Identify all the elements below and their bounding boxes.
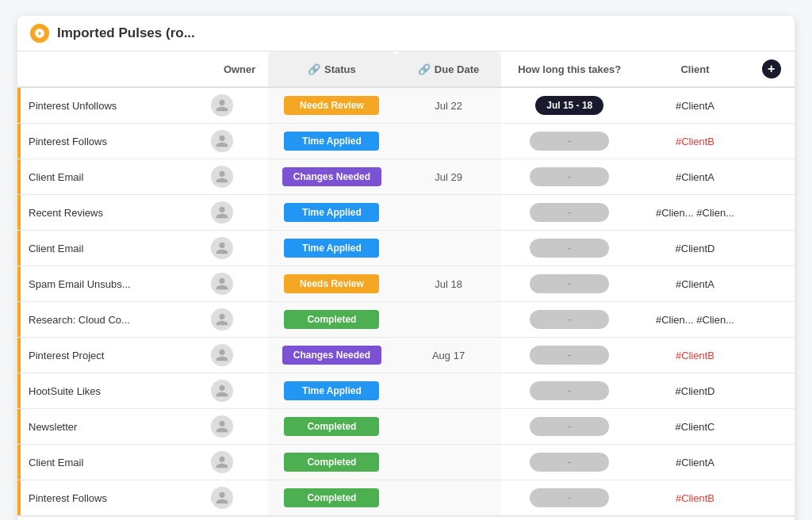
- client-cell: #Clien... #Clien...: [638, 302, 752, 338]
- time-badge: -: [530, 310, 609, 329]
- time-cell: -: [501, 373, 638, 409]
- table-row: Pinterest FollowsCompleted-#ClientB: [17, 480, 795, 516]
- status-cell[interactable]: Needs Review: [268, 266, 396, 302]
- status-cell[interactable]: Time Applied: [268, 195, 396, 231]
- status-cell[interactable]: Completed: [268, 480, 396, 516]
- row-stripe: [17, 231, 21, 266]
- time-badge: -: [530, 346, 609, 365]
- owner-cell: [211, 338, 268, 373]
- due-date-cell: Jul 22: [396, 87, 501, 124]
- status-cell[interactable]: Time Applied: [268, 124, 396, 159]
- board-container: Imported Pulses (ro... Owner 🔗 Status: [17, 16, 795, 520]
- status-badge[interactable]: Time Applied: [284, 381, 379, 400]
- time-cell: -: [501, 159, 638, 195]
- row-stripe: [17, 88, 21, 123]
- status-cell[interactable]: Completed: [268, 409, 396, 445]
- table-row: Pinterest ProjectChanges NeededAug 17-#C…: [17, 338, 795, 373]
- table-row: Client EmailTime Applied-#ClientD: [17, 231, 795, 266]
- status-cell[interactable]: Changes Needed: [268, 338, 396, 373]
- table-row: Spam Email Unsubs...Needs ReviewJul 18-#…: [17, 266, 795, 302]
- row-name[interactable]: Client Email: [29, 457, 83, 468]
- add-column-button[interactable]: +: [762, 59, 781, 78]
- row-name[interactable]: Client Email: [29, 171, 83, 183]
- avatar: [211, 201, 233, 224]
- status-cell[interactable]: Changes Needed: [268, 159, 396, 195]
- time-cell: -: [501, 231, 638, 266]
- row-name[interactable]: Pinterest Unfollows: [29, 100, 117, 112]
- client-cell: #ClientD: [638, 231, 752, 266]
- avatar: [211, 130, 233, 152]
- owner-cell: [211, 409, 268, 445]
- client-cell: #ClientB: [638, 338, 752, 373]
- table-row: Research: Cloud Co...Completed-#Clien...…: [17, 302, 795, 338]
- row-name[interactable]: Pinterest Follows: [29, 492, 107, 504]
- status-badge[interactable]: Changes Needed: [282, 167, 381, 186]
- row-name[interactable]: Recent Reviews: [29, 207, 103, 219]
- row-name[interactable]: Pinterest Project: [29, 350, 104, 361]
- col-header-name: [17, 52, 211, 87]
- due-date-text: Jul 18: [435, 278, 462, 290]
- table-row: Client EmailChanges NeededJul 29-#Client…: [17, 159, 795, 195]
- due-date-cell: [396, 373, 501, 409]
- avatar: [211, 273, 233, 295]
- row-name[interactable]: Spam Email Unsubs...: [29, 278, 131, 290]
- avatar: [211, 451, 233, 473]
- status-cell[interactable]: Needs Review: [268, 87, 396, 124]
- client-text: #Clien... #Clien...: [656, 207, 734, 219]
- owner-cell: [211, 480, 268, 516]
- time-badge: -: [530, 488, 609, 507]
- avatar: [211, 487, 233, 509]
- avatar: [211, 380, 233, 402]
- row-name[interactable]: HootSuite Likes: [29, 385, 101, 397]
- col-header-add[interactable]: +: [753, 52, 795, 87]
- add-col-cell: [753, 124, 795, 159]
- col-header-time: How long this takes?: [501, 52, 638, 87]
- client-cell: #ClientA: [638, 266, 752, 302]
- avatar: [211, 237, 233, 259]
- due-date-cell: [396, 231, 501, 266]
- status-cell[interactable]: Time Applied: [268, 231, 396, 266]
- row-stripe: [17, 302, 21, 337]
- time-badge-dark: Jul 15 - 18: [535, 96, 603, 115]
- status-badge[interactable]: Completed: [284, 488, 379, 507]
- owner-cell: [211, 445, 268, 480]
- status-badge[interactable]: Completed: [284, 310, 379, 329]
- client-text: #ClientA: [676, 278, 714, 290]
- col-header-owner: Owner: [211, 52, 268, 87]
- table-row: HootSuite LikesTime Applied-#ClientD: [17, 373, 795, 409]
- time-badge: -: [530, 417, 609, 436]
- status-badge[interactable]: Needs Review: [284, 274, 379, 293]
- row-name[interactable]: Pinterest Follows: [29, 136, 107, 147]
- status-badge[interactable]: Time Applied: [284, 203, 379, 222]
- time-cell: -: [501, 445, 638, 480]
- add-col-cell: [753, 159, 795, 195]
- col-header-client: Client: [638, 52, 752, 87]
- due-date-text: Jul 29: [435, 171, 462, 183]
- status-badge[interactable]: Completed: [284, 453, 379, 472]
- status-badge[interactable]: Completed: [284, 417, 379, 436]
- row-stripe: [17, 480, 21, 515]
- status-badge[interactable]: Time Applied: [284, 239, 379, 258]
- status-cell[interactable]: Completed: [268, 445, 396, 480]
- time-cell: -: [501, 338, 638, 373]
- col-header-due[interactable]: 🔗 Due Date: [396, 52, 501, 87]
- status-badge[interactable]: Needs Review: [284, 96, 379, 115]
- time-badge: -: [530, 274, 609, 293]
- status-badge[interactable]: Changes Needed: [282, 346, 381, 365]
- status-cell[interactable]: Time Applied: [268, 373, 396, 409]
- time-cell: Jul 15 - 18: [501, 87, 638, 124]
- status-cell[interactable]: Completed: [268, 302, 396, 338]
- add-col-cell: [753, 338, 795, 373]
- time-badge: -: [530, 167, 609, 186]
- link-icon-status: 🔗: [308, 63, 320, 75]
- row-name[interactable]: Newsletter: [29, 421, 77, 433]
- add-col-cell: [753, 480, 795, 516]
- row-name[interactable]: Research: Cloud Co...: [29, 314, 130, 326]
- add-row-button[interactable]: + Create a New Pulse (Row): [17, 516, 795, 520]
- status-badge[interactable]: Time Applied: [284, 132, 379, 151]
- time-cell: -: [501, 480, 638, 516]
- row-name[interactable]: Client Email: [29, 243, 83, 254]
- client-text: #ClientB: [676, 492, 714, 504]
- col-header-status[interactable]: 🔗 Status: [268, 52, 396, 87]
- owner-cell: [211, 195, 268, 231]
